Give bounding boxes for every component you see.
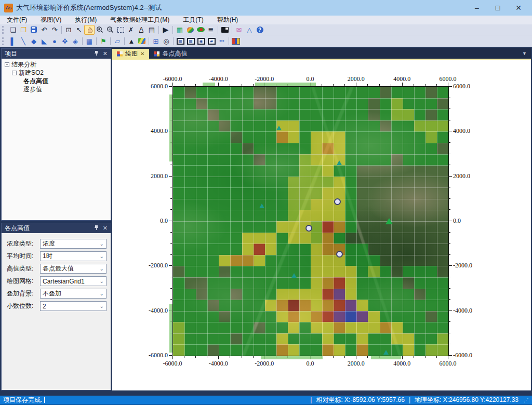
zoom-in-icon[interactable] [95, 25, 105, 35]
plot-grid-select[interactable]: CartesianGrid1 ⌄ [40, 276, 107, 286]
maximize-button[interactable]: □ [487, 1, 508, 15]
layers-icon[interactable]: ≣ [206, 25, 216, 35]
menu-tools[interactable]: 工具(T) [176, 15, 210, 25]
toolbar-grip[interactable] [2, 26, 6, 34]
tower-icon[interactable]: △ [244, 25, 255, 35]
heatmap-cell [196, 165, 208, 177]
close-button[interactable]: ✕ [508, 1, 529, 15]
overlay-background-select[interactable]: 不叠加 ⌄ [40, 289, 107, 299]
point-source-icon[interactable]: ▌ [8, 36, 18, 46]
delete-vertex-icon[interactable]: ✗ [126, 25, 136, 35]
basemap-icon[interactable] [137, 36, 147, 46]
concentration-type-select[interactable]: 浓度 ⌄ [40, 239, 107, 249]
zoom-extent-icon[interactable]: ⊡ [63, 25, 74, 35]
collapse-icon[interactable]: − [12, 71, 17, 75]
heatmap-cell [265, 210, 277, 221]
heatmap-cell [242, 154, 254, 166]
high-value-type-select[interactable]: 各点最大值 ⌄ [40, 264, 107, 274]
new-document-icon[interactable]: ❏ [8, 25, 18, 35]
met-data-tool-icon[interactable]: ✉ [234, 25, 244, 35]
pin-icon[interactable] [94, 50, 99, 57]
toolbar-grip[interactable] [2, 37, 6, 45]
grid-frame-2-icon[interactable]: ▦ [185, 36, 196, 46]
menu-help[interactable]: 帮助(H) [210, 15, 245, 25]
skew-frame-icon[interactable]: ▰ [206, 36, 217, 46]
color-palette-icon[interactable] [185, 25, 195, 35]
map-plot[interactable] [172, 86, 449, 356]
select-cursor-icon[interactable]: ↖ [74, 25, 84, 35]
legend-grid-icon[interactable] [231, 36, 241, 46]
save-project-icon[interactable] [29, 25, 39, 35]
menu-file[interactable]: 文件(F) [0, 15, 34, 25]
flare-source-icon[interactable]: ◈ [70, 36, 81, 46]
boundary-polygon-icon[interactable]: ▱ [112, 36, 123, 46]
building-icon[interactable]: ▦ [84, 36, 95, 46]
averaging-time-select[interactable]: 1时 ⌄ [40, 251, 107, 261]
grid-frame-1-icon[interactable]: ▦ [175, 36, 185, 46]
tree-item-stepwise-values[interactable]: 逐步值 [2, 85, 111, 93]
heatmap-cell [334, 109, 345, 120]
tab-plot[interactable]: 绘图 ✕ [112, 49, 149, 59]
flag-marker-icon[interactable]: ⚑ [98, 36, 109, 46]
area-source-icon[interactable]: ◆ [29, 36, 39, 46]
toolbar-separator [172, 26, 173, 34]
gridline-vertical [322, 87, 323, 356]
collapse-icon[interactable]: − [5, 62, 9, 67]
report-icon[interactable]: ▤ [147, 25, 157, 35]
label-text-icon[interactable]: A [136, 25, 147, 35]
heatmap-cell [184, 322, 196, 333]
tree-item-result-analysis[interactable]: − 结果分析 [2, 60, 111, 69]
x-axis-label-top: 2000.0 [348, 75, 365, 83]
menu-run[interactable]: 执行(M) [68, 15, 103, 25]
decimal-places-select[interactable]: 2 ⌄ [40, 301, 107, 311]
heatmap-cell [230, 199, 242, 210]
polar-frame-icon[interactable]: ◉ [196, 36, 206, 46]
close-icon[interactable]: ✕ [103, 225, 108, 232]
pin-icon[interactable] [94, 225, 99, 232]
menu-view[interactable]: 视图(V) [34, 15, 68, 25]
heatmap-cell [254, 311, 265, 322]
menu-met-tools[interactable]: 气象数据处理工具(M) [103, 15, 176, 25]
heatmap-cell [425, 154, 437, 166]
axis-tick [170, 299, 172, 300]
undo-icon[interactable]: ↶ [39, 25, 49, 35]
tree-item-point-high-values[interactable]: 各点高值 [2, 77, 111, 85]
cartesian-grid-icon[interactable]: ⊞ [151, 36, 161, 46]
heatmap-cell [414, 333, 426, 345]
tab-list-dropdown-icon[interactable]: ▼ [522, 51, 527, 56]
line-source-icon[interactable]: ╲ [18, 36, 29, 46]
discrete-points-icon[interactable]: ••• [217, 36, 227, 46]
project-panel-title: 项目 [5, 49, 17, 58]
select-box-icon[interactable] [115, 25, 126, 35]
heatmap-cell [207, 143, 219, 154]
volume-source-icon[interactable]: ● [49, 36, 60, 46]
polar-grid-icon[interactable]: ◎ [161, 36, 171, 46]
axis-tick [170, 165, 172, 165]
axis-tick [170, 209, 172, 210]
zoom-out-icon[interactable] [105, 25, 115, 35]
close-icon[interactable]: ✕ [103, 50, 108, 57]
terrain-icon[interactable]: ▲ [126, 36, 137, 46]
tree-item-new-so2[interactable]: − 新建SO2 [2, 69, 111, 77]
heatmap-cell [184, 333, 196, 345]
heatmap-cell [254, 289, 265, 300]
open-project-icon[interactable]: ❒ [18, 25, 29, 35]
export-image-icon[interactable] [220, 25, 230, 35]
pan-hand-icon[interactable] [84, 25, 95, 35]
tab-point-high-values[interactable]: 各点高值 [149, 49, 192, 59]
tab-close-icon[interactable]: ✕ [140, 51, 144, 57]
resize-grip[interactable]: ⋰ [524, 397, 529, 403]
minimize-button[interactable]: – [467, 1, 487, 15]
contour-fill-icon[interactable] [195, 25, 206, 35]
heatmap-cell [196, 210, 208, 221]
heatmap-cell [299, 210, 311, 221]
sphere-source-icon[interactable]: ✥ [60, 36, 70, 46]
polygon-source-icon[interactable]: ◣ [39, 36, 49, 46]
x-axis-label-top: 6000.0 [440, 75, 457, 83]
grid-receptors-icon[interactable]: ▦ [175, 25, 185, 35]
help-icon[interactable]: ? [255, 25, 265, 35]
heatmap-cell [196, 333, 208, 345]
run-icon[interactable]: ▶ [161, 25, 171, 35]
heatmap-cell [299, 289, 311, 300]
redo-icon[interactable]: ↷ [49, 25, 60, 35]
